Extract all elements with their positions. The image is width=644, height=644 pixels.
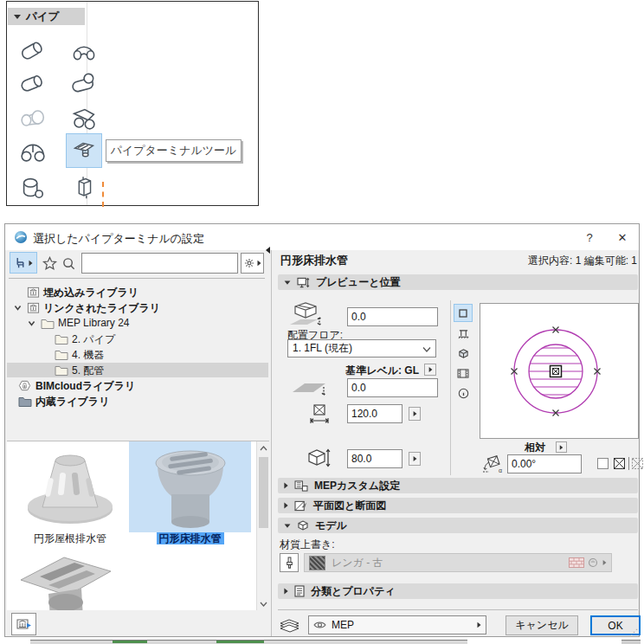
scroll-up-icon[interactable] bbox=[260, 445, 267, 452]
section-expanded-icon bbox=[285, 280, 291, 284]
drain-plan-preview bbox=[480, 304, 638, 438]
flyout-arrow-icon bbox=[478, 622, 481, 628]
preview-mode-plan-button[interactable] bbox=[454, 304, 473, 322]
tool-pipe-bend[interactable] bbox=[67, 34, 101, 67]
layer-select[interactable]: MEP bbox=[308, 615, 486, 634]
close-button[interactable]: ✕ bbox=[611, 228, 634, 247]
preview-mode-elevation-button[interactable] bbox=[454, 325, 473, 343]
pipe-wye-icon bbox=[69, 103, 99, 132]
pipe-bend-icon bbox=[69, 35, 99, 65]
help-button[interactable]: ? bbox=[578, 228, 601, 247]
gear-icon bbox=[243, 257, 255, 269]
flyout-arrow-icon bbox=[413, 456, 416, 461]
tool-pipe-tee[interactable] bbox=[67, 67, 101, 100]
mirror-state-icon[interactable] bbox=[614, 458, 625, 469]
search-button[interactable] bbox=[59, 254, 78, 273]
angle-input[interactable] bbox=[507, 454, 582, 473]
expander-icon[interactable] bbox=[27, 319, 36, 328]
preview-viewport[interactable] bbox=[480, 303, 639, 439]
pipe-straight-icon bbox=[18, 35, 48, 65]
scrollbar-thumb[interactable] bbox=[259, 457, 268, 528]
tool-pipe-terminal[interactable] bbox=[67, 134, 101, 167]
library-search-input[interactable] bbox=[81, 253, 238, 274]
floor-drain-image bbox=[144, 444, 237, 531]
preview-info-button[interactable] bbox=[454, 384, 473, 402]
resize-grip[interactable]: ⋰ bbox=[630, 628, 637, 636]
thumbnail-scrollbar[interactable] bbox=[256, 441, 269, 610]
mirror-checkbox[interactable] bbox=[597, 458, 609, 469]
brick-surface-icon[interactable] bbox=[569, 557, 584, 568]
relative-flyout-button[interactable] bbox=[556, 441, 567, 453]
pipe-transition-icon bbox=[18, 103, 48, 132]
chevron-down-icon bbox=[422, 346, 431, 353]
preview-mode-animation-button[interactable] bbox=[454, 364, 473, 383]
scroll-down-icon[interactable] bbox=[260, 601, 267, 608]
pipe-inline-object-icon bbox=[69, 173, 99, 203]
flyout-arrow-icon bbox=[560, 445, 564, 450]
width-icon bbox=[308, 402, 331, 425]
floor-select[interactable]: 1. 1FL (現在) bbox=[287, 339, 436, 357]
layer-name: MEP bbox=[332, 619, 354, 631]
tree-item-mep-library-24[interactable]: MEP Library 24 bbox=[7, 316, 268, 331]
selection-info: 選択内容: 1 編集可能: 1 bbox=[421, 254, 637, 268]
tool-pipe-inline-object[interactable] bbox=[67, 171, 101, 204]
thumbnail-floor-drain[interactable] bbox=[129, 441, 251, 532]
cancel-button[interactable]: キャンセル bbox=[506, 615, 578, 635]
width-input[interactable] bbox=[347, 404, 402, 423]
palette-header-label: パイプ bbox=[26, 10, 59, 24]
thumbnail-square-drain[interactable] bbox=[14, 549, 126, 610]
elevation-input[interactable] bbox=[347, 307, 438, 326]
plan-section-icon bbox=[294, 500, 307, 512]
roof-drain-image bbox=[18, 447, 122, 530]
relative-label: 相対 bbox=[525, 441, 545, 455]
height-input[interactable] bbox=[347, 449, 402, 468]
tool-pipe-straight-2[interactable] bbox=[16, 67, 50, 100]
tree-item-builtin-library[interactable]: 内蔵ライブラリ bbox=[7, 394, 268, 409]
dialog-titlebar[interactable]: 選択したパイプターミナルの設定 ? ✕ bbox=[5, 224, 639, 250]
eye-icon bbox=[313, 621, 326, 629]
base-level-flyout-button[interactable] bbox=[424, 364, 436, 376]
flyout-arrow-icon bbox=[428, 367, 432, 372]
footer-divider bbox=[278, 609, 638, 610]
width-flyout-button[interactable] bbox=[409, 407, 421, 421]
thumbnail-roof-drain[interactable] bbox=[12, 443, 128, 532]
mirrored-ghost-icon[interactable] bbox=[632, 458, 643, 469]
flyout-arrow-icon[interactable] bbox=[603, 560, 607, 565]
tree-item-bimcloud-library[interactable]: BIMcloudライブラリ bbox=[7, 378, 268, 393]
tree-item-2-pipe[interactable]: 2. パイプ bbox=[7, 332, 268, 346]
tool-pipe-straight[interactable] bbox=[16, 34, 50, 67]
palette-header[interactable]: パイプ bbox=[8, 8, 85, 25]
pipe-tool-palette: パイプ bbox=[6, 1, 259, 206]
settings-gear-button[interactable] bbox=[241, 253, 264, 274]
offset-input[interactable] bbox=[347, 378, 438, 397]
search-icon bbox=[61, 256, 76, 271]
tool-pipe-double-bend[interactable] bbox=[16, 134, 50, 167]
favorites-button[interactable] bbox=[40, 254, 59, 273]
tool-pipe-transition[interactable] bbox=[16, 101, 50, 134]
load-library-button[interactable] bbox=[11, 613, 36, 635]
tree-item-5-piping[interactable]: 5. 配管 bbox=[7, 363, 268, 377]
info-icon bbox=[458, 388, 469, 399]
object-tool-button[interactable] bbox=[10, 252, 37, 274]
panel-splitter[interactable] bbox=[271, 250, 272, 636]
tree-item-4-equipment[interactable]: 4. 機器 bbox=[7, 347, 268, 362]
section-plan-section[interactable]: 平面図と断面図 bbox=[278, 498, 638, 513]
tree-item-embedded-library[interactable]: 埋め込みライブラリ bbox=[7, 285, 268, 299]
flyout-arrow-icon bbox=[29, 260, 33, 265]
tool-pipe-takeoff[interactable] bbox=[16, 171, 50, 204]
splitter-collapse-icon[interactable] bbox=[266, 247, 270, 254]
tool-pipe-wye[interactable] bbox=[67, 101, 101, 134]
section-classification[interactable]: 分類とプロパティ bbox=[278, 583, 638, 599]
surface-picker-icon[interactable] bbox=[588, 557, 599, 568]
section-preview-position[interactable]: プレビューと位置 bbox=[278, 274, 638, 290]
classification-doc-icon bbox=[294, 585, 305, 597]
mirror-divider bbox=[628, 457, 629, 470]
thumbnail-label-selected: 円形床排水管 bbox=[129, 531, 251, 546]
preview-mode-3d-button[interactable] bbox=[454, 345, 473, 363]
section-mep-custom[interactable]: MEPカスタム設定 bbox=[278, 478, 638, 493]
material-override-toggle-button[interactable] bbox=[280, 553, 299, 572]
height-flyout-button[interactable] bbox=[409, 452, 421, 466]
section-model[interactable]: モデル bbox=[278, 518, 638, 533]
expander-icon[interactable] bbox=[13, 303, 23, 312]
tree-item-linked-libraries[interactable]: リンクされたライブラリ bbox=[7, 300, 268, 315]
